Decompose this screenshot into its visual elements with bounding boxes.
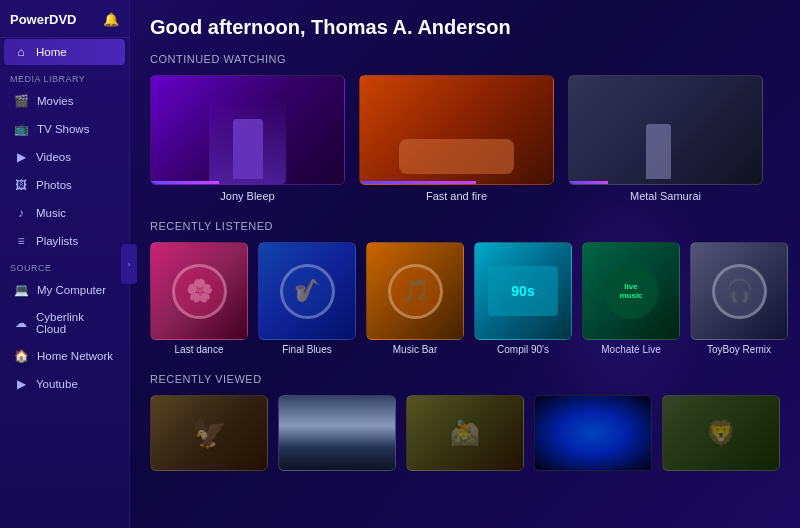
sidebar-item-label: TV Shows	[37, 123, 89, 135]
sidebar-item-cyberlink[interactable]: ☁ Cyberlink Cloud	[4, 305, 125, 341]
cloud-icon: ☁	[14, 316, 28, 330]
label-jony-bleep: Jony Bleep	[220, 190, 274, 202]
thumb-jony-bleep	[150, 75, 345, 185]
recently-viewed-title: Recently Viewed	[150, 373, 780, 385]
thumb-content-mochate: livemusic	[583, 243, 679, 339]
card-music-bar[interactable]: 🎵 Music Bar	[366, 242, 464, 355]
thumb-content-finalblues: 🎷	[259, 243, 355, 339]
sidebar-item-playlists[interactable]: ≡ Playlists	[4, 228, 125, 254]
source-label: Source	[0, 255, 129, 276]
thumb-metal-samurai	[568, 75, 763, 185]
sidebar-item-videos[interactable]: ▶ Videos	[4, 144, 125, 170]
thumb-content-metal	[569, 76, 762, 184]
card-compil90[interactable]: Compil 90's	[474, 242, 572, 355]
sidebar-item-label: Music	[36, 207, 66, 219]
progress-metal	[569, 181, 608, 184]
label-compil90: Compil 90's	[497, 344, 549, 355]
thumb-rv2	[278, 395, 396, 471]
album-circle-finalblues: 🎷	[280, 264, 335, 319]
label-toyboy: ToyBoy Remix	[707, 344, 771, 355]
sidebar-item-label: Movies	[37, 95, 73, 107]
thumb-content-jony	[151, 76, 344, 184]
card-mochate[interactable]: livemusic Mochaté Live	[582, 242, 680, 355]
car-shape-fast	[399, 139, 515, 174]
tvshows-icon: 📺	[14, 122, 29, 136]
home-icon: ⌂	[14, 45, 28, 59]
sidebar-item-music[interactable]: ♪ Music	[4, 200, 125, 226]
label-last-dance: Last dance	[175, 344, 224, 355]
sidebar-item-label: Photos	[36, 179, 72, 191]
sidebar-item-label: Home	[36, 46, 67, 58]
computer-icon: 💻	[14, 283, 29, 297]
sidebar-item-photos[interactable]: 🖼 Photos	[4, 172, 125, 198]
card-rv3[interactable]: 🚵	[406, 395, 524, 471]
recently-viewed-row: 🦅 🚵	[150, 395, 780, 471]
sidebar-collapse-button[interactable]: ›	[121, 244, 137, 284]
continued-watching-title: Continued Watching	[150, 53, 780, 65]
thumb-last-dance: 🌸	[150, 242, 248, 340]
sidebar-item-mycomputer[interactable]: 💻 My Computer	[4, 277, 125, 303]
sidebar-item-homenetwork[interactable]: 🏠 Home Network	[4, 343, 125, 369]
sidebar: PowerDVD 🔔 ⌂ Home Media Library 🎬 Movies…	[0, 0, 130, 528]
media-library-label: Media Library	[0, 66, 129, 87]
card-rv1[interactable]: 🦅	[150, 395, 268, 471]
live-badge-mochate: livemusic	[604, 264, 659, 319]
warrior-shape-metal	[646, 124, 671, 179]
sidebar-item-label: Videos	[36, 151, 71, 163]
thumb-content-fast	[360, 76, 553, 184]
sidebar-item-label: Playlists	[36, 235, 78, 247]
card-jony-bleep[interactable]: Jony Bleep	[150, 75, 345, 202]
movies-icon: 🎬	[14, 94, 29, 108]
thumb-music-bar: 🎵	[366, 242, 464, 340]
thumb-content-rv5: 🦁	[663, 396, 779, 470]
card-rv4[interactable]	[534, 395, 652, 471]
card-toyboy[interactable]: 🎧 ToyBoy Remix	[690, 242, 788, 355]
card-metal-samurai[interactable]: Metal Samurai	[568, 75, 763, 202]
thumb-content-lastdance: 🌸	[151, 243, 247, 339]
person-shape-jony	[233, 119, 263, 179]
recently-listened-row: 🌸 Last dance 🎷 Final Blues 🎵	[150, 242, 780, 355]
sidebar-item-tvshows[interactable]: 📺 TV Shows	[4, 116, 125, 142]
thumb-rv1: 🦅	[150, 395, 268, 471]
continued-watching-section: Continued Watching Jony Bleep	[150, 53, 780, 202]
sidebar-header: PowerDVD 🔔	[0, 0, 129, 38]
music-icon: ♪	[14, 206, 28, 220]
sidebar-item-label: Youtube	[36, 378, 78, 390]
thumb-mochate: livemusic	[582, 242, 680, 340]
videos-icon: ▶	[14, 150, 28, 164]
label-music-bar: Music Bar	[393, 344, 437, 355]
card-final-blues[interactable]: 🎷 Final Blues	[258, 242, 356, 355]
progress-fast	[360, 181, 476, 184]
sidebar-item-youtube[interactable]: ▶ Youtube	[4, 371, 125, 397]
label-metal-samurai: Metal Samurai	[630, 190, 701, 202]
thumb-fast-fire	[359, 75, 554, 185]
sidebar-item-home[interactable]: ⌂ Home	[4, 39, 125, 65]
greeting-text: Good afternoon, Thomas A. Anderson	[150, 16, 780, 39]
card-rv5[interactable]: 🦁	[662, 395, 780, 471]
mountain-bg	[279, 396, 395, 470]
continued-watching-row: Jony Bleep Fast and fire M	[150, 75, 780, 202]
bell-icon[interactable]: 🔔	[103, 12, 119, 27]
thumb-compil90	[474, 242, 572, 340]
thumb-rv4	[534, 395, 652, 471]
label-final-blues: Final Blues	[282, 344, 331, 355]
thumb-final-blues: 🎷	[258, 242, 356, 340]
recently-listened-title: Recently Listened	[150, 220, 780, 232]
tape-shape-compil90	[488, 266, 558, 316]
youtube-icon: ▶	[14, 377, 28, 391]
tunnel-bg	[535, 396, 651, 470]
card-last-dance[interactable]: 🌸 Last dance	[150, 242, 248, 355]
card-rv2[interactable]	[278, 395, 396, 471]
thumb-content-musicbar: 🎵	[367, 243, 463, 339]
thumb-content-compil90	[475, 243, 571, 339]
photos-icon: 🖼	[14, 178, 28, 192]
thumb-content-rv1: 🦅	[151, 396, 267, 470]
app-title: PowerDVD	[10, 12, 76, 27]
thumb-rv5: 🦁	[662, 395, 780, 471]
card-fast-fire[interactable]: Fast and fire	[359, 75, 554, 202]
thumb-rv3: 🚵	[406, 395, 524, 471]
sidebar-item-label: Home Network	[37, 350, 113, 362]
recently-viewed-section: Recently Viewed 🦅 🚵	[150, 373, 780, 471]
sidebar-item-movies[interactable]: 🎬 Movies	[4, 88, 125, 114]
label-mochate: Mochaté Live	[601, 344, 660, 355]
